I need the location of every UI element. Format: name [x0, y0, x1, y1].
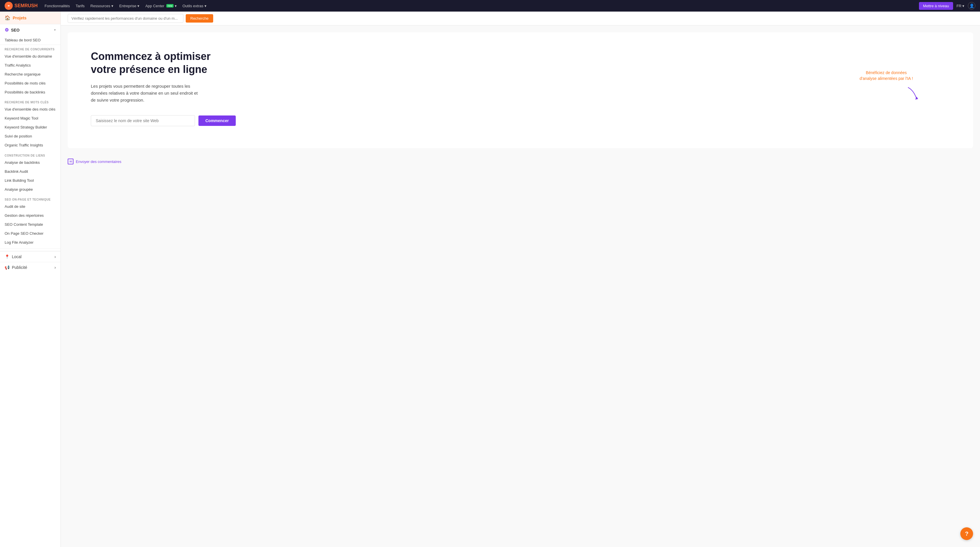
sidebar-item-backlink-audit[interactable]: Backlink Audit [0, 167, 60, 176]
user-avatar[interactable]: 👤 [968, 2, 975, 10]
hero-ai-callout: Bénéficiez de données d'analyse alimenté… [858, 70, 915, 81]
logo[interactable]: SEMRUSH [5, 2, 38, 10]
search-bar: Recherche [61, 11, 980, 26]
language-selector[interactable]: FR ▾ [956, 4, 964, 8]
local-chevron-icon: › [54, 254, 56, 259]
main-content: Recherche Commencez à optimiser votre pr… [61, 11, 980, 547]
section-concurrents-header: RECHERCHE DE CONCURRENTS [0, 45, 60, 52]
sidebar-item-projets[interactable]: 🏠 Projets [0, 11, 60, 24]
projets-icon: 🏠 [5, 15, 10, 21]
section-liens: CONSTRUCTION DE LIENS Analyse de backlin… [0, 151, 60, 194]
seo-chevron-icon: ▾ [54, 28, 56, 32]
hero-form: Commencer [91, 115, 950, 126]
section-technique-header: SEO ON-PAGE ET TECHNIQUE [0, 195, 60, 202]
projets-label: Projets [13, 16, 26, 20]
nav-fonctionnalites[interactable]: Fonctionnalités [45, 4, 70, 8]
feedback-bar: ✉ Envoyer des commentaires [61, 155, 980, 168]
nav-ressources[interactable]: Ressources ▾ [91, 4, 114, 8]
sidebar-item-organic-insights[interactable]: Organic Traffic Insights [0, 141, 60, 150]
topnav-links: Fonctionnalités Tarifs Ressources ▾ Entr… [45, 4, 912, 8]
appcenter-badge: new [166, 4, 173, 8]
sidebar-item-on-page-checker[interactable]: On Page SEO Checker [0, 229, 60, 238]
topnav: SEMRUSH Fonctionnalités Tarifs Ressource… [0, 0, 980, 11]
sidebar-item-vue-domaine[interactable]: Vue d'ensemble du domaine [0, 52, 60, 61]
sidebar-item-local[interactable]: 📍 Local › [0, 251, 60, 262]
layout: 🏠 Projets ⚙ SEO ▾ Tableau de bord SEO RE… [0, 11, 980, 547]
seo-label: SEO [11, 28, 20, 32]
publicite-chevron-icon: › [54, 265, 56, 270]
sidebar-item-log-file-analyzer[interactable]: Log File Analyzer [0, 238, 60, 247]
section-concurrents: RECHERCHE DE CONCURRENTS Vue d'ensemble … [0, 45, 60, 97]
svg-marker-1 [915, 97, 918, 100]
sidebar-item-analyse-groupee[interactable]: Analyse groupée [0, 185, 60, 194]
search-input[interactable] [68, 14, 183, 23]
topnav-right: Mettre à niveau FR ▾ 👤 [919, 2, 975, 10]
seo-header[interactable]: ⚙ SEO ▾ [0, 24, 60, 36]
hero-section: Commencez à optimiser votre présence en … [68, 32, 973, 148]
user-icon-symbol: 👤 [969, 3, 974, 8]
hero-title: Commencez à optimiser votre présence en … [91, 50, 230, 76]
sidebar-item-vue-mots-cles[interactable]: Vue d'ensemble des mots clés [0, 105, 60, 114]
help-button[interactable]: ? [960, 527, 973, 540]
feedback-link[interactable]: Envoyer des commentaires [76, 159, 121, 164]
sidebar-item-link-building[interactable]: Link Building Tool [0, 176, 60, 185]
semrush-logo-icon [5, 2, 13, 10]
nav-appcenter[interactable]: App Center new ▾ [145, 4, 177, 8]
seo-icon: ⚙ [5, 27, 9, 33]
section-mots-cles-header: RECHERCHE DE MOTS CLÉS [0, 98, 60, 105]
section-seo-technique: SEO ON-PAGE ET TECHNIQUE Audit de site G… [0, 195, 60, 247]
sidebar-item-audit-site[interactable]: Audit de site [0, 202, 60, 211]
sidebar-item-suivi-position[interactable]: Suivi de position [0, 132, 60, 141]
hero-description: Les projets vous permettent de regrouper… [91, 83, 201, 104]
start-button[interactable]: Commencer [199, 115, 236, 126]
nav-outils[interactable]: Outils extras ▾ [183, 4, 207, 8]
nav-entreprise[interactable]: Entreprise ▾ [119, 4, 139, 8]
nav-tarifs[interactable]: Tarifs [75, 4, 84, 8]
sidebar-item-recherche-organique[interactable]: Recherche organique [0, 70, 60, 79]
logo-text: SEMRUSH [14, 3, 38, 8]
sidebar-bottom: 📍 Local › 📢 Publicité › [0, 251, 60, 273]
sidebar-item-tableau-bord[interactable]: Tableau de bord SEO [0, 36, 60, 45]
sidebar: 🏠 Projets ⚙ SEO ▾ Tableau de bord SEO RE… [0, 11, 61, 547]
sidebar-item-publicite[interactable]: 📢 Publicité › [0, 262, 60, 273]
seo-section: ⚙ SEO ▾ Tableau de bord SEO RECHERCHE DE… [0, 24, 60, 249]
sidebar-item-possibilites-mots[interactable]: Possibilités de mots clés [0, 79, 60, 88]
ai-arrow-icon [905, 85, 923, 102]
sidebar-item-keyword-strategy[interactable]: Keyword Strategy Builder [0, 123, 60, 132]
sidebar-item-keyword-magic[interactable]: Keyword Magic Tool [0, 114, 60, 123]
upgrade-button[interactable]: Mettre à niveau [919, 2, 953, 10]
search-button[interactable]: Recherche [186, 14, 213, 22]
section-mots-cles: RECHERCHE DE MOTS CLÉS Vue d'ensemble de… [0, 98, 60, 150]
sidebar-item-gestion-repertoires[interactable]: Gestion des répertoires [0, 211, 60, 220]
section-liens-header: CONSTRUCTION DE LIENS [0, 151, 60, 158]
local-icon: 📍 [5, 254, 10, 259]
feedback-icon: ✉ [68, 159, 73, 164]
sidebar-item-analyse-backlinks[interactable]: Analyse de backlinks [0, 158, 60, 167]
site-name-input[interactable] [91, 115, 195, 126]
publicite-icon: 📢 [5, 265, 10, 270]
sidebar-item-traffic-analytics[interactable]: Traffic Analytics [0, 61, 60, 70]
sidebar-item-seo-content-template[interactable]: SEO Content Template [0, 220, 60, 229]
sidebar-item-possibilites-backlinks[interactable]: Possibilités de backlinks [0, 88, 60, 97]
